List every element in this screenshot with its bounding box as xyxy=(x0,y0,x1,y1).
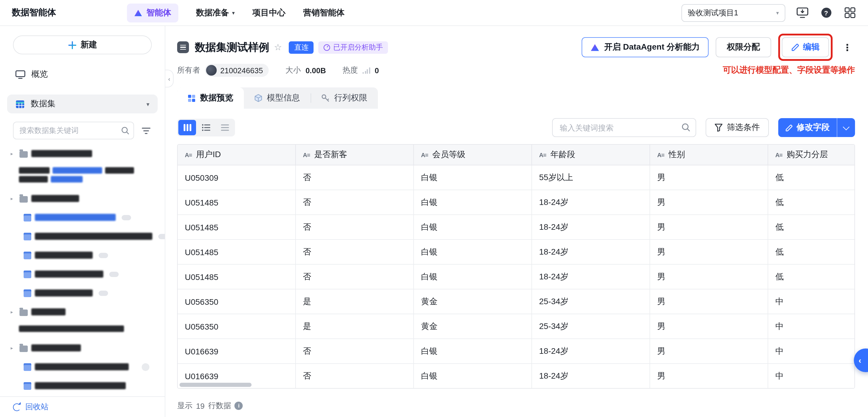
tree-expand-icon[interactable]: ▸ xyxy=(11,309,16,315)
table-cell: 中 xyxy=(768,339,855,363)
folder-icon xyxy=(20,196,28,202)
sidebar-tree-item[interactable]: ▸ xyxy=(11,302,156,321)
tree-expand-icon[interactable]: ▸ xyxy=(11,345,16,351)
sidebar-tree-item[interactable]: ▸ xyxy=(11,189,156,208)
modify-fields-split-button: 修改字段 xyxy=(778,118,855,137)
table-cell: 低 xyxy=(768,166,855,189)
view-toggle-columns[interactable] xyxy=(178,120,196,135)
sidebar-tree-item[interactable] xyxy=(11,208,156,227)
column-header[interactable]: A≡用户ID xyxy=(178,145,296,165)
heat-value: 0 xyxy=(375,66,379,75)
column-header[interactable]: A≡是否新客 xyxy=(296,145,414,165)
text-field-icon: A≡ xyxy=(421,151,428,158)
monitor-download-icon xyxy=(797,7,808,18)
table-cell: U050309 xyxy=(178,166,296,189)
horizontal-scrollbar[interactable] xyxy=(180,383,252,387)
owner-label: 所有者 xyxy=(177,65,200,76)
dataset-meta-row: 所有者 2100246635 大小 0.00B 热度 0 可以进行模型配置、字段… xyxy=(177,64,855,77)
info-icon[interactable]: i xyxy=(235,401,243,410)
annotation-text: 可以进行模型配置、字段设置等操作 xyxy=(723,65,855,76)
column-header[interactable]: A≡年龄段 xyxy=(532,145,650,165)
sidebar-tree-item[interactable] xyxy=(11,246,156,265)
sidebar-item-overview[interactable]: 概览 xyxy=(7,65,158,84)
project-select[interactable]: 验收测试项目1 ▾ xyxy=(681,4,785,22)
table-cell: 低 xyxy=(768,215,855,239)
item-tag xyxy=(99,290,108,296)
item-tag xyxy=(158,234,165,239)
pen-icon xyxy=(791,43,800,51)
table-cell: 男 xyxy=(650,364,768,388)
sidebar-tree-item[interactable] xyxy=(11,357,156,376)
size-value: 0.00B xyxy=(306,66,326,75)
funnel-icon xyxy=(714,123,723,132)
tree-expand-icon[interactable]: ▸ xyxy=(11,196,16,201)
tab-row-column-permission[interactable]: 行列权限 xyxy=(311,87,378,109)
nav-item-marketing-agent[interactable]: 营销智能体 xyxy=(303,7,345,18)
table-cell: 18-24岁 xyxy=(532,240,650,264)
text-field-icon: A≡ xyxy=(539,151,546,158)
avatar xyxy=(206,65,217,76)
permission-assign-button[interactable]: 权限分配 xyxy=(716,37,771,57)
table-icon xyxy=(24,213,31,221)
chevron-down-icon: ▾ xyxy=(147,101,149,107)
grid-icon xyxy=(188,94,195,102)
annotation-highlight-box: 编辑 xyxy=(778,34,833,61)
filter-datasets-button[interactable] xyxy=(139,123,153,138)
tab-data-preview[interactable]: 数据预览 xyxy=(177,87,244,109)
nav-item-project-center[interactable]: 项目中心 xyxy=(252,7,285,18)
sidebar-item-dataset[interactable]: 数据集 ▾ xyxy=(7,94,158,113)
sidebar-tree-item[interactable] xyxy=(11,376,156,395)
tree-expand-icon[interactable]: ▸ xyxy=(11,151,16,156)
column-header[interactable]: A≡购买力分层 xyxy=(768,145,855,165)
edit-button[interactable]: 编辑 xyxy=(782,37,829,57)
modify-fields-dropdown[interactable] xyxy=(837,118,855,137)
tab-bar: 数据预览 模型信息 行列权限 xyxy=(177,87,378,109)
view-toggle-list[interactable] xyxy=(197,120,215,135)
view-toggle-dense[interactable] xyxy=(216,120,234,135)
filter-conditions-button[interactable]: 筛选条件 xyxy=(706,118,769,137)
nav-item-data-prep[interactable]: 数据准备 ▾ xyxy=(196,7,235,18)
tab-model-info[interactable]: 模型信息 xyxy=(244,87,311,109)
column-header[interactable]: A≡会员等级 xyxy=(414,145,532,165)
sidebar-collapse-handle[interactable]: ‹ xyxy=(165,70,174,87)
chevron-down-icon: ▾ xyxy=(232,10,235,16)
table-cell: 男 xyxy=(650,215,768,239)
help-button[interactable]: ? xyxy=(819,6,833,19)
client-download-button[interactable] xyxy=(796,6,809,19)
table-cell: 男 xyxy=(650,166,768,189)
create-new-button[interactable]: 新建 xyxy=(13,35,152,54)
nav-item-agent[interactable]: 智能体 xyxy=(127,3,178,22)
column-header-label: 性别 xyxy=(669,149,685,160)
enable-dataagent-button[interactable]: 开启 DataAgent 分析能力 xyxy=(582,37,709,57)
table-cell: 中 xyxy=(768,364,855,388)
apps-button[interactable] xyxy=(843,6,856,19)
sidebar-tree-item[interactable]: ▸ xyxy=(11,144,156,163)
table-cell: 否 xyxy=(296,215,414,239)
table-icon xyxy=(24,363,31,370)
more-actions-button[interactable]: ⋮ xyxy=(840,37,855,57)
modify-fields-button[interactable]: 修改字段 xyxy=(778,118,837,137)
table-row: U051485否白银18-24岁男低 xyxy=(178,190,855,215)
table-cell: 中 xyxy=(768,314,855,338)
table-cell: U056350 xyxy=(178,290,296,314)
sidebar-tree-item[interactable] xyxy=(11,284,156,302)
table-cell: U051485 xyxy=(178,190,296,214)
keyword-search-input[interactable] xyxy=(552,118,696,137)
redacted-text xyxy=(31,150,92,157)
table-cell: U051485 xyxy=(178,240,296,264)
agent-logo-icon xyxy=(134,9,142,16)
favorite-star-icon[interactable]: ☆ xyxy=(274,42,282,53)
table-cell: 白银 xyxy=(414,215,532,239)
dataset-search-input[interactable] xyxy=(13,122,134,140)
table-cell: 18-24岁 xyxy=(532,339,650,363)
agent-logo-icon xyxy=(590,43,599,51)
row-count: 19 xyxy=(196,401,205,410)
sidebar-tree-item[interactable] xyxy=(11,265,156,284)
table-row: U056350是黄金25-34岁男中 xyxy=(178,314,855,339)
sidebar-tree-item[interactable]: ▸ xyxy=(11,338,156,357)
sidebar-item-recycle-bin[interactable]: 回收站 xyxy=(0,396,165,417)
sidebar-tree-item[interactable] xyxy=(11,227,156,246)
nav-item-label: 数据准备 xyxy=(196,7,229,18)
size-label: 大小 xyxy=(285,65,301,76)
column-header[interactable]: A≡性别 xyxy=(650,145,768,165)
